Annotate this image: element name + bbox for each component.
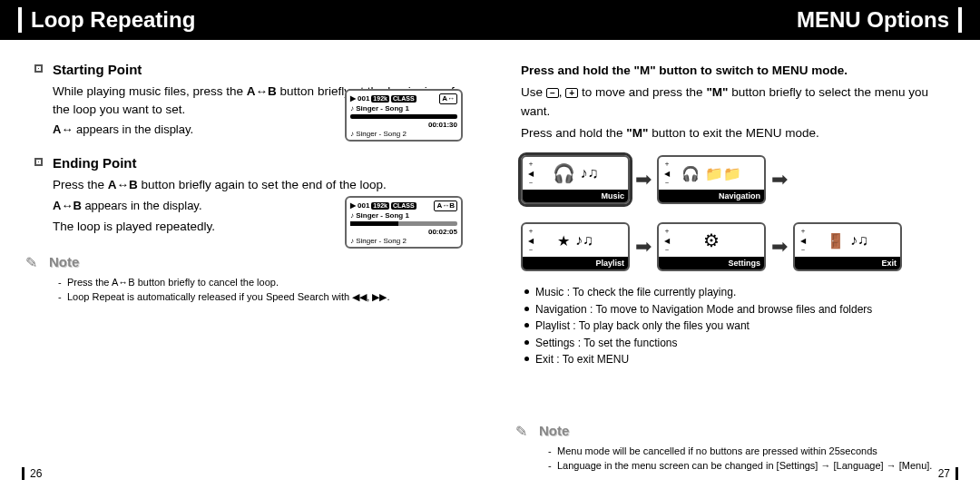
header-left: Loop Repeating [0, 0, 490, 40]
menu-playlist: ＋◀－ ★♪♫ Playlist [521, 222, 630, 271]
elapsed-time: 00:02:05 [350, 228, 457, 237]
desc-item: Exit : To exit MENU [524, 351, 958, 368]
page-right: MENU Options Press and hold the "M" butt… [490, 0, 980, 489]
notes-icon: ♪♫ [575, 232, 593, 249]
note-heading: Note [539, 423, 958, 438]
play-icon: ▶ [350, 201, 356, 210]
pencil-icon: ✎ [515, 423, 527, 440]
page-title-right: MENU Options [797, 7, 949, 33]
note-item: Menu mode will be cancelled if no button… [548, 444, 958, 459]
header-right: MENU Options [490, 0, 980, 40]
page-number-right: 27 [938, 467, 958, 480]
gear-icon: ⚙ [703, 230, 720, 251]
note-heading: Note [49, 254, 468, 269]
progress-bar [350, 221, 457, 226]
header-rule-icon [958, 7, 962, 33]
manual-spread: Loop Repeating Starting Point While play… [0, 0, 980, 489]
note-icon: ♪ [350, 211, 354, 220]
intro-line-1: Press and hold the "M" button to switch … [521, 64, 848, 77]
notes-icon: ♪♫ [581, 165, 599, 181]
heading-ending-point: Ending Point [53, 155, 468, 171]
note-icon: ♪ [350, 104, 354, 112]
display-screenshot-a: ▶ 001 192k CLASS A↔ ♪ Singer - Song 1 00… [345, 89, 463, 142]
square-bullet-icon [34, 158, 43, 166]
note-icon: ♪ [350, 130, 354, 138]
intro-line-2: Use –, + to move and press the "M" butto… [521, 83, 958, 121]
headphones-icon: 🎧 [553, 162, 575, 184]
page-left: Loop Repeating Starting Point While play… [0, 0, 490, 489]
play-icon: ▶ [350, 94, 356, 103]
headphones-icon: 🎧 [681, 165, 700, 182]
note-block-left: ✎ Note Press the A↔B button briefly to c… [22, 254, 468, 305]
heading-starting-point: Starting Point [53, 62, 468, 77]
progress-bar [350, 114, 457, 119]
menu-music: ＋◀－ 🎧♪♫ Music [521, 155, 630, 204]
desc-item: Navigation : To move to Navigation Mode … [524, 301, 958, 318]
menu-settings: ＋◀－ ⚙ Settings [657, 222, 766, 271]
menu-exit: ＋◀－ 🚪♪♫ Exit [793, 222, 902, 271]
note-block-right: ✎ Note Menu mode will be cancelled if no… [512, 423, 958, 474]
notes-icon: ♪♫ [850, 232, 868, 249]
display-screenshot-b: ▶ 001 192k CLASS A↔B ♪ Singer - Song 1 0… [345, 196, 463, 249]
note-item: Press the A↔B button briefly to cancel t… [58, 275, 468, 290]
ab-indicator: A↔ [439, 93, 457, 104]
pencil-icon: ✎ [25, 254, 37, 271]
square-bullet-icon [34, 64, 43, 73]
arrow-right-icon: ➡ [635, 235, 652, 259]
arrow-right-icon: ➡ [771, 235, 788, 259]
minus-key-icon: – [546, 88, 559, 98]
end-paragraph-1: Press the A↔B button briefly again to se… [53, 176, 468, 194]
page-title-left: Loop Repeating [31, 7, 195, 33]
folder-icon: 📁📁 [705, 165, 741, 182]
elapsed-time: 00:01:30 [350, 121, 457, 130]
desc-item: Music : To check the file currently play… [524, 284, 958, 301]
header-rule-icon [18, 7, 22, 33]
menu-intro: Press and hold the "M" button to switch … [512, 62, 958, 142]
door-icon: 🚪 [827, 232, 845, 249]
desc-item: Playlist : To play back only the files y… [524, 318, 958, 335]
note-icon: ♪ [350, 237, 354, 245]
desc-item: Settings : To set the functions [524, 335, 958, 352]
menu-preview-row: ＋◀－ 🎧♪♫ Music ➡ ＋◀－ 🎧📁📁 Navigation ➡ ＋◀－… [521, 155, 958, 271]
menu-description-list: Music : To check the file currently play… [524, 284, 958, 368]
intro-line-3: Press and hold the "M" button to exit th… [521, 124, 958, 142]
page-number-left: 26 [22, 467, 42, 480]
arrow-right-icon: ➡ [635, 168, 652, 191]
ab-indicator: A↔B [434, 200, 457, 211]
star-icon: ★ [557, 232, 570, 249]
menu-navigation: ＋◀－ 🎧📁📁 Navigation [657, 155, 766, 204]
arrow-right-icon: ➡ [771, 168, 788, 191]
plus-key-icon: + [565, 88, 578, 98]
note-item: Loop Repeat is automatically released if… [58, 289, 468, 305]
note-item: Language in the menu screen can be chang… [548, 458, 958, 474]
